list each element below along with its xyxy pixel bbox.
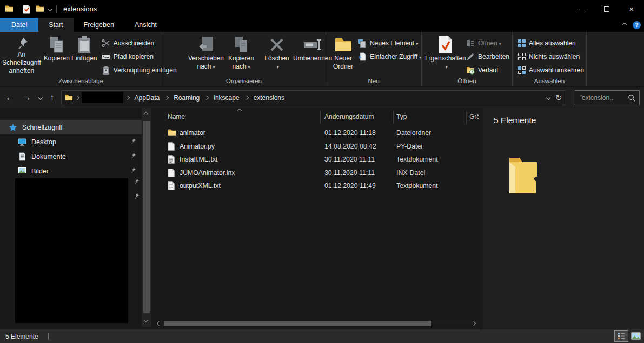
column-header-date[interactable]: Änderungsdatum bbox=[324, 113, 374, 120]
breadcrumb-segment-extensions[interactable]: extensions bbox=[251, 92, 287, 103]
scroll-right-icon[interactable] bbox=[472, 321, 476, 326]
copy-to-button[interactable]: Kopieren nach▾ bbox=[226, 34, 256, 75]
scroll-up-icon[interactable] bbox=[144, 112, 148, 116]
sidebar-desktop-label: Desktop bbox=[31, 138, 56, 146]
sidebar-item-quick-access[interactable]: Schnellzugriff bbox=[0, 120, 142, 134]
edit-label: Bearbeiten bbox=[478, 53, 509, 60]
move-to-button[interactable]: Verschieben nach▾ bbox=[186, 34, 226, 75]
close-button[interactable]: × bbox=[619, 0, 644, 18]
forward-icon[interactable]: → bbox=[22, 93, 31, 102]
properties-button[interactable]: Eigenschaften▾ bbox=[426, 34, 465, 75]
sidebar-item-desktop[interactable]: Desktop bbox=[0, 134, 142, 149]
file-row-outputxml[interactable]: outputXML.txt 01.12.2020 11:49 Textdokum… bbox=[154, 179, 479, 193]
pin-icon[interactable] bbox=[130, 152, 136, 160]
group-label-new: Neu bbox=[326, 78, 421, 84]
redacted-path-segment bbox=[82, 92, 123, 103]
sidebar-item-pictures[interactable]: Bilder bbox=[0, 164, 142, 178]
address-bar[interactable]: AppData Roaming inkscape extensions ↻ bbox=[61, 90, 565, 105]
minimize-button[interactable] bbox=[569, 0, 594, 18]
search-box[interactable] bbox=[575, 90, 640, 105]
recent-locations-chevron-icon[interactable] bbox=[38, 95, 43, 99]
horizontal-scrollbar[interactable] bbox=[154, 320, 479, 327]
properties-qat-icon[interactable] bbox=[23, 5, 31, 14]
pin-to-quick-access-button[interactable]: An Schnellzugriff anheften bbox=[0, 34, 43, 75]
horizontal-scrollbar-thumb[interactable] bbox=[164, 321, 431, 326]
quick-access-star-icon bbox=[9, 123, 17, 132]
file-name: animator bbox=[180, 129, 205, 137]
sidebar-scrollbar[interactable] bbox=[142, 108, 151, 327]
file-row-jumoanimator[interactable]: JUMOAnimator.inx 30.11.2020 11:11 INX-Da… bbox=[154, 166, 479, 180]
window-title: extensions bbox=[63, 5, 97, 13]
scroll-left-icon[interactable] bbox=[157, 321, 161, 326]
pictures-icon bbox=[18, 167, 26, 176]
refresh-icon[interactable]: ↻ bbox=[555, 93, 562, 103]
file-row-install-me[interactable]: Install.ME.txt 30.11.2020 11:11 Textdoku… bbox=[154, 153, 479, 166]
tab-view[interactable]: Ansicht bbox=[124, 18, 167, 32]
file-type: PY-Datei bbox=[396, 143, 422, 150]
pin-icon[interactable] bbox=[133, 178, 140, 186]
breadcrumb-separator-icon bbox=[204, 95, 209, 99]
pin-icon[interactable] bbox=[130, 138, 136, 146]
easy-access-label: Einfacher Zugriff▾ bbox=[370, 53, 421, 60]
details-count-label: 5 Elemente bbox=[494, 116, 536, 125]
paste-button[interactable]: Einfügen bbox=[70, 34, 98, 75]
new-folder-qat-icon[interactable] bbox=[36, 5, 44, 14]
copy-to-label: Kopieren nach▾ bbox=[228, 55, 254, 71]
documents-icon bbox=[18, 152, 26, 161]
quick-access-toolbar bbox=[0, 5, 57, 14]
thumbnail-view-button[interactable] bbox=[629, 330, 643, 342]
copy-path-label: Pfad kopieren bbox=[114, 53, 154, 60]
breadcrumb-segment-inkscape[interactable]: inkscape bbox=[211, 92, 242, 103]
search-input[interactable] bbox=[575, 94, 625, 102]
sidebar-item-documents[interactable]: Dokumente bbox=[0, 149, 142, 164]
text-file-icon bbox=[168, 155, 176, 164]
ribbon-group-clipboard: An Schnellzugriff anheften Kopieren Einf… bbox=[0, 32, 162, 86]
close-icon: × bbox=[629, 5, 634, 13]
maximize-button[interactable] bbox=[594, 0, 619, 18]
sidebar-documents-label: Dokumente bbox=[31, 153, 66, 160]
qat-customize-chevron-icon[interactable] bbox=[48, 6, 52, 11]
tab-home[interactable]: Start bbox=[38, 18, 73, 32]
history-icon bbox=[466, 66, 475, 75]
new-item-button[interactable]: Neues Element▾ bbox=[358, 38, 421, 48]
details-view-button[interactable] bbox=[614, 330, 628, 342]
open-button[interactable]: Öffnen▾ bbox=[466, 38, 509, 48]
breadcrumb-segment-roaming[interactable]: Roaming bbox=[171, 92, 202, 103]
address-dropdown-chevron-icon[interactable] bbox=[546, 95, 550, 99]
pin-to-quick-access-label: An Schnellzugriff anheften bbox=[2, 51, 41, 75]
new-folder-icon bbox=[334, 35, 353, 55]
sidebar-scrollbar-thumb[interactable] bbox=[143, 121, 150, 313]
select-none-button[interactable]: Nichts auswählen bbox=[518, 51, 584, 62]
ribbon-group-organize: Verschieben nach▾ Kopieren nach▾ Löschen… bbox=[162, 32, 326, 86]
help-icon[interactable]: ? bbox=[633, 21, 641, 29]
column-headers: Name Änderungsdatum Typ Größe bbox=[154, 109, 479, 124]
delete-button[interactable]: Löschen▾ bbox=[263, 34, 291, 75]
breadcrumb-segment-appdata[interactable]: AppData bbox=[132, 92, 163, 103]
back-icon[interactable]: ← bbox=[5, 93, 15, 102]
invert-selection-button[interactable]: Auswahl umkehren bbox=[518, 65, 584, 75]
file-name: Animator.py bbox=[180, 143, 215, 150]
scroll-down-icon[interactable] bbox=[144, 318, 148, 322]
edit-button[interactable]: Bearbeiten bbox=[466, 51, 509, 62]
pin-icon[interactable] bbox=[133, 193, 140, 201]
tab-file[interactable]: Datei bbox=[0, 18, 38, 32]
select-all-label: Alles auswählen bbox=[529, 39, 576, 47]
column-header-name[interactable]: Name bbox=[168, 113, 185, 120]
collapse-ribbon-icon[interactable] bbox=[622, 23, 627, 27]
file-row-animator-py[interactable]: Animator.py 14.08.2020 08:42 PY-Datei bbox=[154, 140, 479, 153]
properties-label: Eigenschaften▾ bbox=[425, 55, 466, 71]
new-folder-button[interactable]: Neuer Ordner bbox=[330, 34, 356, 75]
file-row-animator[interactable]: animator 01.12.2020 11:18 Dateiordner bbox=[154, 126, 479, 140]
file-icon bbox=[168, 169, 176, 177]
easy-access-button[interactable]: Einfacher Zugriff▾ bbox=[358, 51, 421, 62]
history-button[interactable]: Verlauf bbox=[466, 65, 509, 75]
clipboard-icon bbox=[77, 35, 91, 55]
copy-button[interactable]: Kopieren bbox=[43, 34, 70, 75]
select-all-button[interactable]: Alles auswählen bbox=[518, 38, 584, 48]
tab-share[interactable]: Freigeben bbox=[74, 18, 124, 32]
up-icon[interactable]: ↑ bbox=[50, 93, 55, 102]
column-header-size[interactable]: Größe bbox=[469, 113, 479, 120]
breadcrumb-separator-icon bbox=[125, 95, 129, 99]
pin-icon[interactable] bbox=[130, 167, 136, 175]
column-header-type[interactable]: Typ bbox=[396, 113, 407, 120]
